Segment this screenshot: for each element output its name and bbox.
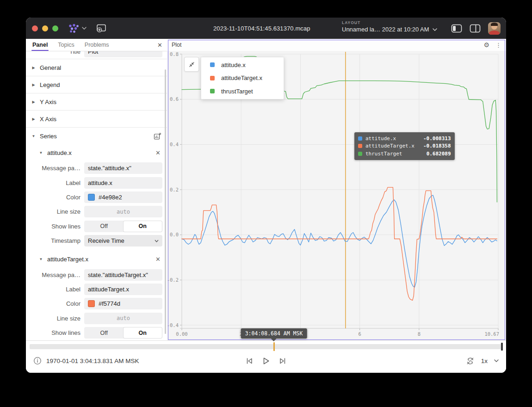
color-input[interactable]: #4e98e2 xyxy=(84,191,162,203)
label-input[interactable]: attitude.x xyxy=(84,177,162,189)
minimize-window-button[interactable] xyxy=(42,25,48,31)
tooltip-swatch xyxy=(358,144,362,148)
select-chevron-icon xyxy=(155,240,159,242)
legend-swatch xyxy=(210,76,215,80)
svg-text:0.4: 0.4 xyxy=(170,142,179,147)
tooltip-arrow xyxy=(271,339,277,344)
legend-item-attitude-target-x[interactable]: attitudeTarget.x xyxy=(201,72,284,85)
section-y-axis[interactable]: ▶ Y Axis xyxy=(26,93,167,110)
add-series-icon[interactable] xyxy=(154,132,161,140)
close-window-button[interactable] xyxy=(32,25,38,31)
zoom-window-button[interactable] xyxy=(52,25,58,31)
svg-text:6: 6 xyxy=(358,331,361,337)
collapsed-caret-icon: ▶ xyxy=(31,66,36,70)
svg-text:0.00: 0.00 xyxy=(176,331,187,337)
play-icon[interactable] xyxy=(262,357,271,365)
line-size-input[interactable]: auto xyxy=(84,313,162,324)
field-color: Color #f5774d xyxy=(26,296,167,311)
legend-item-attitude-x[interactable]: attitude.x xyxy=(201,58,284,72)
app-window: 2023-11-10T04:51:45.631370.mcap LAYOUT U… xyxy=(26,18,506,373)
section-legend[interactable]: ▶ Legend xyxy=(26,76,167,93)
data-source-title[interactable]: 2023-11-10T04:51:45.631370.mcap xyxy=(213,18,310,39)
expanded-caret-icon: ▼ xyxy=(31,134,36,138)
field-color: Color #4e98e2 xyxy=(26,190,167,204)
message-path-input[interactable]: state."attitude.x" xyxy=(84,162,162,174)
loop-off-icon[interactable] xyxy=(466,357,475,365)
color-swatch[interactable] xyxy=(88,194,95,201)
svg-text:10.67: 10.67 xyxy=(484,331,499,337)
collapsed-caret-icon: ▶ xyxy=(31,100,36,104)
hover-values-tooltip: attitude.x -0.008313 attitudeTarget.x -0… xyxy=(354,132,455,160)
svg-text:0.2: 0.2 xyxy=(170,187,179,192)
collapse-arrows-icon xyxy=(188,61,195,68)
title-field-input[interactable]: Plot xyxy=(84,51,162,57)
show-lines-toggle: Off On xyxy=(84,221,162,232)
tab-panel[interactable]: Panel xyxy=(32,39,48,51)
plot-panel: Plot ⚙ ⋮ 0.80.60.40.20.0-0.2-0.40.002468… xyxy=(167,39,506,341)
user-avatar[interactable] xyxy=(488,22,501,35)
remove-series-icon[interactable]: ✕ xyxy=(155,256,161,263)
field-label: Label attitudeTarget.x xyxy=(26,282,167,296)
show-lines-on[interactable]: On xyxy=(124,327,162,338)
section-series[interactable]: ▼ Series xyxy=(26,127,167,144)
expanded-caret-icon: ▼ xyxy=(39,151,43,155)
message-path-input[interactable]: state."attitudeTarget.x" xyxy=(84,269,162,281)
line-size-input[interactable]: auto xyxy=(84,206,162,217)
field-line-size: Line size auto xyxy=(26,204,167,219)
title-field-label: Title xyxy=(26,51,80,55)
playback-speed[interactable]: 1x xyxy=(481,358,488,364)
show-lines-toggle: Off On xyxy=(84,327,162,339)
toggle-right-sidebar-icon[interactable] xyxy=(470,24,481,33)
seek-backward-icon[interactable] xyxy=(245,357,254,365)
legend-item-thrust-target[interactable]: thrustTarget xyxy=(201,85,284,98)
show-lines-off[interactable]: Off xyxy=(85,327,124,338)
remove-series-icon[interactable]: ✕ xyxy=(155,149,161,156)
sidebar-close-icon[interactable]: ✕ xyxy=(157,39,162,51)
tab-topics[interactable]: Topics xyxy=(58,39,74,51)
panel-menu-kebab-icon[interactable]: ⋮ xyxy=(495,42,501,48)
timestamp-select[interactable]: Receive Time xyxy=(84,235,162,247)
add-panel-icon[interactable] xyxy=(96,24,107,33)
seek-forward-icon[interactable] xyxy=(279,357,287,365)
plot-legend: attitude.x attitudeTarget.x thrustTarget xyxy=(201,57,284,99)
chart-area[interactable]: 0.80.60.40.20.0-0.2-0.40.00246810.67 att… xyxy=(167,51,506,341)
layout-selector[interactable]: LAYOUT Unnamed la… 2022 at 10:20 AM xyxy=(342,20,437,33)
section-general[interactable]: ▶ General xyxy=(26,59,167,76)
panel-settings-gear-icon[interactable]: ⚙ xyxy=(483,42,489,48)
collapsed-caret-icon: ▶ xyxy=(31,117,36,121)
toggle-left-sidebar-icon[interactable] xyxy=(451,24,462,33)
show-lines-off[interactable]: Off xyxy=(85,221,124,232)
tooltip-swatch xyxy=(358,152,362,156)
section-x-axis[interactable]: ▶ X Axis xyxy=(26,110,167,127)
layout-label: LAYOUT xyxy=(342,20,437,25)
svg-text:8: 8 xyxy=(418,331,421,337)
app-menu-chevron-icon[interactable] xyxy=(82,27,87,30)
label-input[interactable]: attitudeTarget.x xyxy=(84,284,162,295)
speed-chevron-icon[interactable] xyxy=(494,359,499,362)
series-header-attitude-x[interactable]: ▼ attitude.x ✕ xyxy=(26,144,167,161)
field-show-lines: Show lines Off On xyxy=(26,219,167,234)
sidebar-scrollbar[interactable] xyxy=(165,69,166,334)
color-swatch[interactable] xyxy=(88,300,95,307)
legend-collapse-button[interactable] xyxy=(184,57,199,72)
collapsed-caret-icon: ▶ xyxy=(31,83,36,87)
playback-bar: 1970-01-01 3:04:13.831 AM MSK xyxy=(26,340,506,373)
timeline-scrubber[interactable] xyxy=(30,344,502,349)
series-header-attitude-target-x[interactable]: ▼ attitudeTarget.x ✕ xyxy=(26,251,167,267)
field-message-path: Message pa… state."attitudeTarget.x" xyxy=(26,267,167,282)
traffic-lights xyxy=(26,25,62,31)
tab-problems[interactable]: Problems xyxy=(85,39,109,51)
field-timestamp: Timestamp Receive Time xyxy=(26,234,167,248)
playback-timestamp[interactable]: 1970-01-01 3:04:13.831 AM MSK xyxy=(46,358,139,364)
scrubber-hover-tooltip: 3:04:08.684 AM MSK xyxy=(241,328,307,344)
scrubber-hover-time: 3:04:08.684 AM MSK xyxy=(241,328,307,339)
layout-name: Unnamed la… 2022 at 10:20 AM xyxy=(342,26,429,33)
field-message-path: Message pa… state."attitude.x" xyxy=(26,161,167,175)
tooltip-swatch xyxy=(358,136,362,141)
foxglove-logo-icon[interactable] xyxy=(67,23,80,33)
layout-chevron-icon xyxy=(433,28,437,31)
svg-text:0.8: 0.8 xyxy=(170,51,179,57)
color-input[interactable]: #f5774d xyxy=(84,298,162,309)
info-icon[interactable] xyxy=(33,357,42,365)
show-lines-on[interactable]: On xyxy=(124,221,162,232)
